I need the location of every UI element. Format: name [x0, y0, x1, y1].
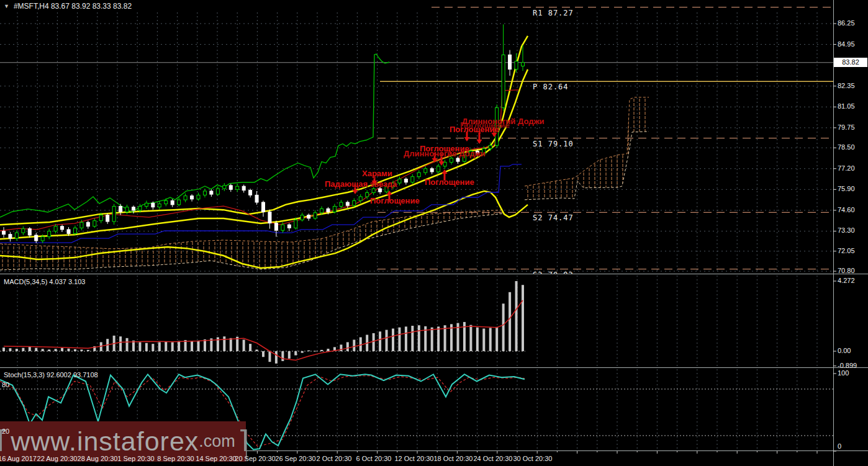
- pattern-annotation: Поглощение: [425, 177, 474, 187]
- pattern-annotation: Поглощение: [450, 125, 499, 134]
- pattern-annotation: Длинноногие Доджи: [404, 149, 486, 158]
- price-axis-label: 70.80: [838, 267, 855, 274]
- pivot-label: S2 74.47: [533, 213, 574, 222]
- time-axis-label: 8 Sep 20:30: [157, 455, 194, 462]
- macd-axis-label: 0.00: [838, 347, 851, 354]
- time-axis-label: 26 Sep 20:30: [275, 455, 315, 462]
- time-axis-label: 18 Oct 20:30: [434, 455, 473, 462]
- price-axis-label: 75.90: [838, 185, 855, 192]
- pivot-label: S3 70.93: [533, 271, 574, 274]
- pivot-label: S1 79.10: [533, 140, 574, 148]
- time-axis-label: 22 Aug 20:30: [37, 455, 78, 462]
- macd-axis-label: -0.899: [838, 362, 857, 369]
- time-axis-label: 2 Oct 20:30: [317, 455, 352, 462]
- time-axis-label: 30 Oct 20:30: [513, 455, 553, 462]
- symbol-title-text: #MSFT,H4 83.67 83.92 83.33 83.82: [14, 2, 132, 11]
- price-axis-label: 81.05: [838, 102, 855, 110]
- pattern-annotation: Падающая звезда: [325, 179, 397, 189]
- stoch-axis-label: 0: [838, 442, 841, 450]
- price-axis-label: 77.20: [838, 164, 855, 172]
- pattern-annotation: Харами: [362, 169, 392, 178]
- pattern-annotation: Длинноногий Доджи: [462, 117, 545, 126]
- symbol-title[interactable]: ▼#MSFT,H4 83.67 83.92 83.33 83.82: [4, 2, 132, 11]
- price-axis-label: 82.35: [838, 82, 855, 89]
- mt4-chart-window: [ www.instaforex .com ] ▼#MSFT,H4 83.67 …: [0, 0, 868, 466]
- pattern-annotation: Поглощение: [370, 196, 420, 205]
- price-axis-label: 72.05: [838, 247, 855, 254]
- chevron-down-icon[interactable]: ▼: [4, 3, 9, 9]
- current-price-badge: 83.82: [834, 58, 867, 67]
- time-axis-label: 24 Oct 20:30: [474, 455, 513, 462]
- price-axis-label: 73.30: [838, 226, 855, 234]
- time-axis-label: 20 Sep 20:30: [235, 455, 275, 462]
- macd-label: MACD(5,34,5) 4.037 3.103: [4, 278, 85, 285]
- time-axis-label: 6 Oct 20:30: [356, 455, 392, 462]
- stoch-level-label: 20: [2, 428, 9, 435]
- time-axis-label: 1 Sep 20:30: [117, 455, 154, 462]
- price-axis-label: 79.75: [838, 123, 855, 131]
- time-axis-label: 28 Aug 20:30: [78, 455, 118, 462]
- watermark-tld: .com: [199, 432, 235, 451]
- pivot-label: P 82.64: [533, 83, 569, 91]
- price-axis-label: 84.95: [838, 40, 855, 48]
- main-chart-area[interactable]: ▼#MSFT,H4 83.67 83.92 83.33 83.82 R1 87.…: [0, 0, 833, 274]
- macd-axis-label: 4.272: [838, 277, 855, 284]
- time-axis-label: 16 Aug 2017: [0, 455, 37, 462]
- price-axis-label: 78.50: [838, 143, 855, 151]
- stoch-level-label: 80: [2, 381, 9, 388]
- time-axis-label: 12 Oct 20:30: [395, 455, 434, 462]
- pivot-label: R1 87.27: [533, 9, 574, 17]
- stoch-axis-label: 100: [838, 369, 849, 377]
- time-axis-label: 14 Sep 20:30: [196, 455, 236, 462]
- price-axis-label: 74.60: [838, 206, 855, 213]
- price-axis-label: 86.25: [838, 19, 855, 27]
- macd-panel: [2, 281, 524, 364]
- stoch-label: Stoch(15,3,3) 92.6002 93.7108: [4, 371, 98, 379]
